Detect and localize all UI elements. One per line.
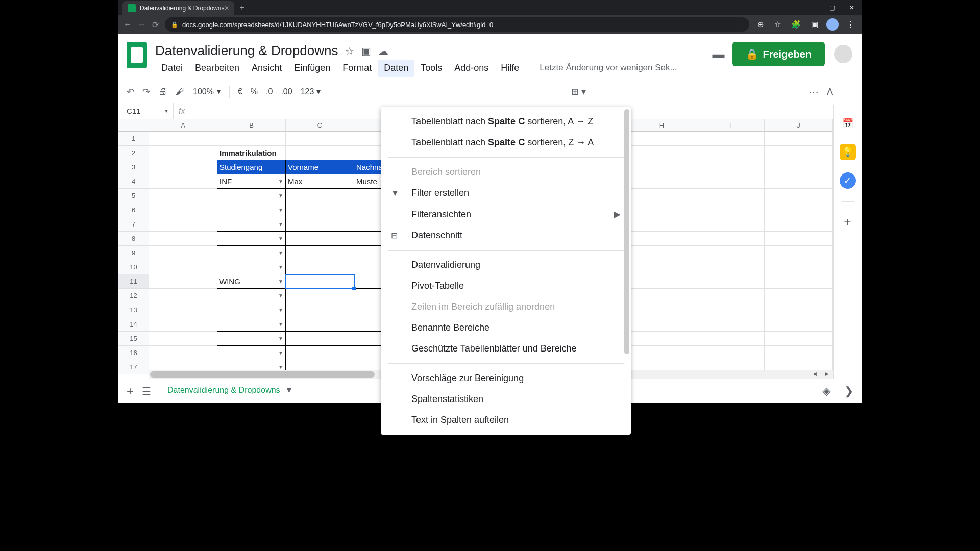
cell[interactable]	[765, 146, 833, 160]
menu-addons[interactable]: Add-ons	[448, 60, 495, 77]
star-icon[interactable]: ☆	[345, 45, 354, 57]
dropdown-arrow-icon[interactable]: ▼	[278, 307, 283, 313]
scroll-left-icon[interactable]: ◄	[808, 369, 821, 379]
dropdown-arrow-icon[interactable]: ▼	[278, 221, 283, 227]
sheet-tab-menu-icon[interactable]: ▼	[285, 386, 293, 395]
cell[interactable]	[765, 203, 833, 217]
cell[interactable]	[149, 303, 217, 317]
sheets-logo[interactable]	[127, 42, 147, 68]
cell[interactable]	[628, 332, 696, 346]
cell[interactable]	[628, 246, 696, 260]
row-header[interactable]: 6	[118, 203, 149, 217]
row-header[interactable]: 11	[118, 274, 149, 289]
select-all-corner[interactable]	[118, 119, 149, 132]
menu-item[interactable]: ⊟Datenschnitt	[381, 225, 631, 246]
row-header[interactable]: 8	[118, 232, 149, 246]
paint-format-icon[interactable]: 🖌	[176, 86, 185, 97]
cell[interactable]	[628, 274, 696, 289]
cell[interactable]	[628, 132, 696, 146]
cell[interactable]	[628, 217, 696, 232]
cell[interactable]	[286, 289, 354, 303]
increase-decimal-button[interactable]: .00	[281, 87, 292, 96]
row-header[interactable]: 2	[118, 146, 149, 160]
cell[interactable]	[696, 332, 765, 346]
cell[interactable]	[765, 174, 833, 189]
cell[interactable]	[286, 132, 354, 146]
menu-einfuegen[interactable]: Einfügen	[288, 60, 336, 77]
row-header[interactable]: 7	[118, 217, 149, 232]
cell[interactable]	[149, 232, 217, 246]
cell[interactable]: ▼	[217, 303, 286, 317]
extensions-icon[interactable]: 🧩	[789, 20, 803, 29]
cell[interactable]	[765, 160, 833, 174]
menu-tools[interactable]: Tools	[414, 60, 448, 77]
cell[interactable]	[696, 160, 765, 174]
explore-icon[interactable]: ◈	[822, 385, 831, 398]
cell[interactable]	[628, 232, 696, 246]
zoom-select[interactable]: 100% ▾	[193, 87, 221, 96]
cell[interactable]	[696, 174, 765, 189]
menu-bearbeiten[interactable]: Bearbeiten	[189, 60, 246, 77]
currency-button[interactable]: €	[238, 87, 242, 96]
cell[interactable]	[765, 217, 833, 232]
close-window-icon[interactable]: ✕	[842, 4, 862, 11]
column-header[interactable]: C	[286, 119, 354, 132]
dropdown-arrow-icon[interactable]: ▼	[278, 250, 283, 256]
menu-item[interactable]: Datenvalidierung	[381, 255, 631, 276]
dropdown-arrow-icon[interactable]: ▼	[278, 350, 283, 356]
undo-icon[interactable]: ↶	[127, 86, 134, 97]
new-tab-button[interactable]: +	[239, 3, 244, 12]
cell[interactable]	[696, 217, 765, 232]
back-icon[interactable]: ←	[124, 20, 132, 29]
cell[interactable]	[149, 246, 217, 260]
keep-icon[interactable]: 💡	[840, 144, 856, 160]
dropdown-arrow-icon[interactable]: ▼	[278, 264, 283, 270]
menu-item[interactable]: Tabellenblatt nach Spalte C sortieren, A…	[381, 111, 631, 132]
menu-item[interactable]: Benannte Bereiche	[381, 317, 631, 338]
cell[interactable]	[628, 317, 696, 332]
cell[interactable]	[765, 246, 833, 260]
row-header[interactable]: 1	[118, 132, 149, 146]
decrease-decimal-button[interactable]: .0	[266, 87, 273, 96]
menu-item[interactable]: ▼Filter erstellen	[381, 183, 631, 204]
forward-icon[interactable]: →	[138, 20, 146, 29]
cell[interactable]	[765, 303, 833, 317]
scroll-right-icon[interactable]: ►	[821, 369, 833, 379]
show-side-panel-icon[interactable]: ❯	[844, 385, 853, 398]
cell[interactable]	[286, 303, 354, 317]
cell[interactable]: ▼	[217, 289, 286, 303]
cell[interactable]	[765, 232, 833, 246]
cell[interactable]	[696, 260, 765, 274]
menu-item[interactable]: Pivot-Tabelle	[381, 276, 631, 296]
cell[interactable]: ▼	[217, 332, 286, 346]
cell[interactable]	[149, 217, 217, 232]
cell[interactable]	[286, 317, 354, 332]
percent-button[interactable]: %	[251, 87, 258, 96]
cell[interactable]	[765, 346, 833, 360]
cell[interactable]	[765, 317, 833, 332]
cell[interactable]	[765, 189, 833, 203]
column-header[interactable]: B	[217, 119, 286, 132]
cloud-icon[interactable]: ☁	[378, 45, 388, 57]
cell[interactable]	[149, 346, 217, 360]
tasks-icon[interactable]: ✓	[840, 172, 856, 189]
cell[interactable]	[696, 189, 765, 203]
cell[interactable]	[217, 132, 286, 146]
cell[interactable]: ▼	[217, 317, 286, 332]
dropdown-arrow-icon[interactable]: ▼	[278, 236, 283, 241]
cell[interactable]	[149, 317, 217, 332]
cell[interactable]	[628, 174, 696, 189]
cell[interactable]: ▼	[217, 346, 286, 360]
dropdown-arrow-icon[interactable]: ▼	[278, 321, 283, 327]
cell[interactable]	[149, 132, 217, 146]
row-header[interactable]: 12	[118, 289, 149, 303]
cell[interactable]	[696, 303, 765, 317]
account-avatar[interactable]	[833, 44, 853, 64]
cell[interactable]	[765, 332, 833, 346]
menu-item[interactable]: Filteransichten▶	[381, 204, 631, 225]
menu-item[interactable]: Vorschläge zur Bereinigung	[381, 368, 631, 389]
cell[interactable]	[149, 260, 217, 274]
dropdown-arrow-icon[interactable]: ▼	[278, 193, 283, 198]
cell[interactable]	[286, 332, 354, 346]
reload-icon[interactable]: ⟳	[152, 20, 159, 30]
